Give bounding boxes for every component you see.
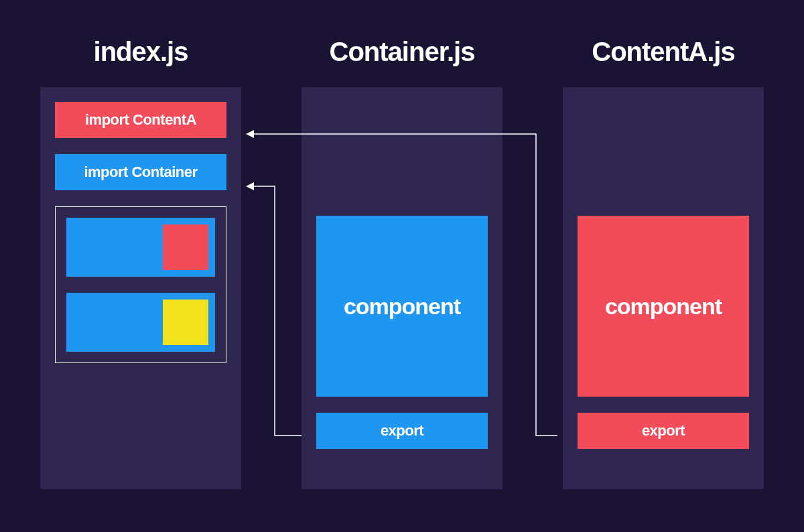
- panel-contenta: component export: [563, 87, 764, 489]
- preview-row-2: [66, 293, 215, 352]
- spacer: [316, 397, 488, 413]
- spacer: [316, 102, 488, 216]
- panel-index: import ContentA import Container: [40, 87, 241, 489]
- diagram-columns: index.js import ContentA import Containe…: [0, 0, 804, 489]
- column-title-container: Container.js: [330, 37, 475, 67]
- container-export-pill: export: [316, 413, 488, 449]
- container-component-box: component: [316, 216, 488, 397]
- spacer: [578, 102, 749, 216]
- column-title-index: index.js: [94, 37, 188, 67]
- column-container: Container.js component export: [302, 0, 503, 489]
- contenta-export-pill: export: [578, 413, 749, 449]
- import-contenta-pill: import ContentA: [55, 102, 226, 138]
- preview-box: [55, 206, 226, 363]
- preview-row-1: [66, 218, 215, 277]
- contenta-component-box: component: [578, 216, 749, 397]
- column-title-contenta: ContentA.js: [592, 37, 734, 67]
- column-contenta: ContentA.js component export: [563, 0, 764, 489]
- panel-container: component export: [302, 87, 503, 489]
- preview-square-yellow: [163, 300, 208, 345]
- spacer: [578, 397, 749, 413]
- import-container-pill: import Container: [55, 154, 226, 190]
- column-index: index.js import ContentA import Containe…: [40, 0, 241, 489]
- preview-square-red: [163, 224, 208, 270]
